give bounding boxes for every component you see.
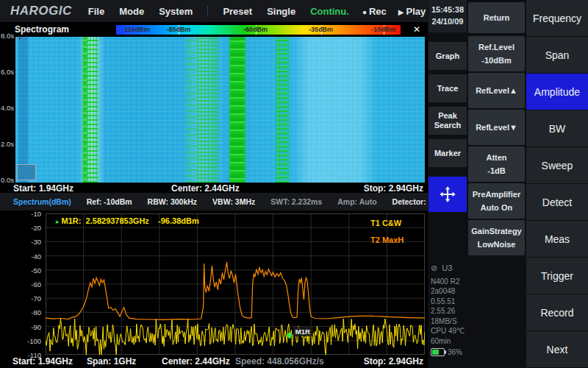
menu-bw[interactable]: BW: [526, 110, 588, 146]
status-line: CPU 49℃: [431, 326, 472, 336]
amplitude-tick-label: -20: [6, 224, 41, 232]
submenu-label: Return: [484, 13, 509, 22]
spectrum-setting-2: RBW: 300kHz: [148, 197, 198, 206]
spectrum-panel: Spectrum(dBm)Ref: -10dBmRBW: 300kHzVBW: …: [0, 193, 428, 368]
marker-arrow-icon: ▸: [56, 218, 60, 225]
top-menu-bar: HAROGIC FileModeSystemPresetSingleContin…: [0, 0, 428, 22]
play-label: Play: [406, 6, 426, 17]
play-button[interactable]: ▶Play: [398, 6, 426, 17]
spectrum-setting-5: Amp: Auto: [337, 197, 376, 206]
submenu-preamplifier[interactable]: PreAmplifierAuto On: [468, 183, 525, 219]
amplitude-tick-label: -100: [6, 337, 41, 345]
colorbar-label: -35dBm: [309, 26, 333, 33]
menu-frequency[interactable]: Frequency: [526, 0, 588, 36]
clock-time: 15:45:38: [431, 4, 464, 16]
menu-items: FileModeSystemPresetSingleContinu.: [88, 6, 349, 17]
menu-trigger[interactable]: Trigger: [526, 258, 588, 294]
submenu-gainstrategy[interactable]: GainStrategyLowNoise: [468, 220, 525, 255]
clock-date: 24/10/09: [432, 16, 464, 28]
menu-item-mode[interactable]: Mode: [119, 6, 144, 17]
menu-detect[interactable]: Detect: [526, 184, 588, 220]
tool-graph[interactable]: Graph: [429, 42, 467, 70]
amplitude-tick-label: -30: [6, 238, 41, 246]
divider: [207, 6, 208, 16]
menu-sweep[interactable]: Sweep: [526, 147, 588, 183]
menu-item-file[interactable]: File: [88, 6, 104, 17]
signal-band-darkband: [18, 37, 28, 183]
colorbar-label: -60dBm: [243, 26, 268, 33]
sg-stop-freq: Stop: 2.94GHz: [364, 183, 423, 194]
submenu-label: Ref.Level: [478, 43, 514, 52]
amplitude-tick-label: -60: [6, 280, 41, 289]
signal-band-speckle2: [197, 37, 219, 183]
marker-level: -96.38dBm: [158, 216, 199, 225]
menu-record[interactable]: Record: [526, 294, 588, 330]
signal-band-speckle: [276, 37, 289, 183]
submenu-label: RefLevel▲: [476, 86, 517, 95]
trace1-label: T1 C&W: [370, 219, 401, 227]
submenu-atten[interactable]: Atten-1dB: [468, 146, 525, 182]
status-line: 2.55.26: [431, 306, 472, 316]
colorbar-label: -85dBm: [167, 26, 191, 33]
tool-peak-search[interactable]: Peak Search: [429, 107, 467, 135]
tool-marker[interactable]: Marker: [429, 139, 467, 167]
menu-amplitude[interactable]: Amplitude: [526, 74, 588, 110]
sg-start-freq: Start: 1.94GHz: [13, 183, 74, 194]
rec-label: Rec: [369, 6, 387, 17]
time-tick-label: 6.0s: [0, 68, 14, 76]
brand-logo: HAROGIC: [10, 4, 72, 18]
menu-item-system[interactable]: System: [159, 6, 193, 17]
sp-stop-freq: Stop: 2.94GHz: [364, 356, 423, 367]
tool-trace[interactable]: Trace: [429, 74, 467, 102]
spectrogram-title: Spectrogram: [15, 24, 69, 35]
menu-item-preset[interactable]: Preset: [223, 6, 252, 17]
submenu-reflevel-[interactable]: RefLevel▲: [468, 73, 525, 108]
signal-band-speckle: [87, 37, 98, 183]
spectrum-setting-0: Spectrum(dBm): [13, 197, 71, 206]
status-line: 18MB/S: [431, 316, 472, 327]
submenu-label: Atten: [486, 153, 506, 162]
pan-mode-button[interactable]: [429, 177, 467, 212]
status-line: 60min: [431, 336, 472, 347]
submenu-return[interactable]: Return: [468, 2, 525, 33]
waterfall-display[interactable]: [15, 37, 425, 183]
colorbar-label: -110dBm: [122, 26, 150, 33]
close-icon[interactable]: ✕: [410, 24, 423, 35]
waterfall-zoom-handle[interactable]: [17, 164, 36, 180]
amplitude-tick-label: -50: [6, 266, 41, 275]
time-tick-label: 2.0s: [0, 140, 14, 148]
submenu-label: RefLevel▼: [476, 123, 517, 132]
marker-readout: ▸ M1R: 2.582937853GHz -96.38dBm: [56, 216, 199, 225]
signal-band-bright: [294, 37, 376, 183]
submenu-label: PreAmplifier: [473, 190, 520, 199]
submenu-ref-level[interactable]: Ref.Level-10dBm: [468, 36, 525, 71]
sp-center-freq: Center: 2.44GHz: [162, 356, 230, 367]
amplitude-tick-label: -70: [6, 294, 41, 302]
submenu-reflevel-[interactable]: RefLevel▼: [468, 110, 525, 145]
marker-id: M1R:: [62, 216, 82, 225]
menu-meas[interactable]: Meas: [526, 221, 588, 257]
spectrum-plot[interactable]: M1R: [46, 213, 425, 355]
svg-text:M1R: M1R: [295, 328, 310, 336]
status-readout: ⊘ U3 N400 R22a00480.55.512.55.2618MB/SCP…: [431, 263, 472, 358]
spectrum-setting-1: Ref: -10dBm: [87, 197, 132, 206]
sp-span: Span: 1GHz: [87, 356, 136, 367]
colorbar-label: -10dBm: [371, 26, 395, 33]
signal-band-sparse: [186, 37, 197, 183]
status-line: 0.55.51: [431, 297, 472, 307]
menu-item-continu[interactable]: Continu.: [310, 6, 349, 17]
amplitude-colorbar: -110dBm-85dBm-60dBm-35dBm-10dBm: [116, 25, 401, 35]
submenu-label: GainStrategy: [471, 227, 521, 236]
status-lines: N400 R22a00480.55.512.55.2618MB/SCPU 49℃…: [431, 277, 472, 347]
sp-start-freq: Start: 1.94GHz: [12, 356, 73, 367]
menu-span[interactable]: Span: [526, 37, 588, 73]
spectrum-analyzer-app: HAROGIC FileModeSystemPresetSingleContin…: [0, 0, 588, 368]
menu-next[interactable]: Next: [526, 331, 588, 367]
rec-button[interactable]: ●Rec: [362, 6, 387, 17]
menu-item-single[interactable]: Single: [267, 6, 295, 17]
time-tick-label: 8.0s: [0, 32, 14, 40]
spectrum-setting-3: VBW: 3MHz: [212, 197, 255, 206]
battery-icon: [431, 348, 445, 356]
battery-percent: 36%: [448, 347, 462, 358]
move-arrows-icon: [438, 185, 457, 204]
